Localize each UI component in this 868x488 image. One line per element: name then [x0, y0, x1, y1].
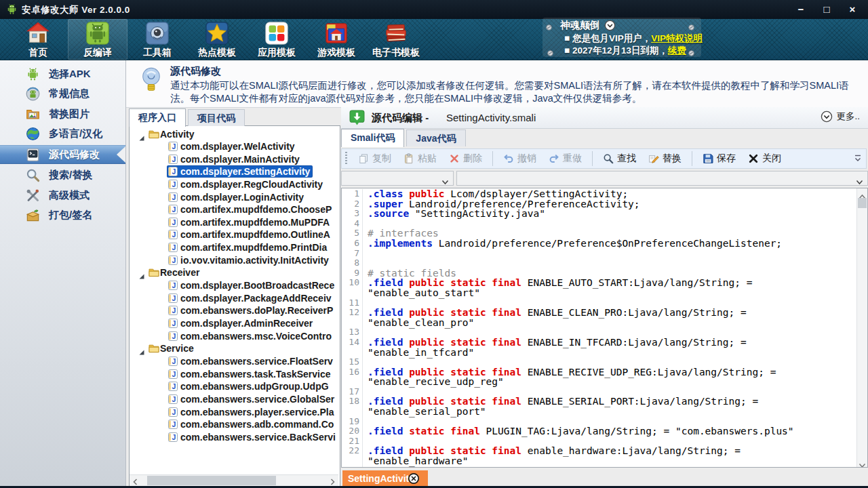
method-dropdown-left[interactable] — [341, 171, 454, 186]
tree-horizontal-scrollbar[interactable] — [130, 474, 338, 487]
tree-group-service[interactable]: Service — [130, 342, 338, 355]
sidebar-item-localization[interactable]: 多语言/汉化 — [0, 125, 125, 143]
editor-tab-0[interactable]: Smali代码 — [341, 129, 404, 147]
sidebar-item-advanced-mode[interactable]: 高级模式 — [0, 186, 125, 204]
tree-item[interactable]: Jcom.dsplayer.MainActivity — [130, 153, 338, 166]
tree-item-box: Jcom.artifex.mupdfdemo.MuPDFA — [167, 217, 332, 228]
toolbar-button-label: 重做 — [563, 152, 582, 165]
tree-tab-0[interactable]: 程序入口 — [129, 108, 186, 127]
sidebar-item-source-edit[interactable]: 源代码修改 — [0, 145, 125, 164]
copy-button[interactable]: 复制 — [352, 150, 397, 167]
editor-tab-1[interactable]: Java代码 — [406, 129, 465, 146]
minimize-button[interactable]: − — [795, 3, 807, 16]
tree-item[interactable]: Jcom.ebanswers.service.GlobalSer — [130, 393, 338, 406]
sidebar-item-search-replace[interactable]: 搜索/替换 — [0, 167, 125, 184]
maximize-button[interactable]: □ — [821, 3, 833, 16]
tree-item[interactable]: Jcom.ebanswers.adb.command.Co — [130, 418, 338, 431]
replace-button[interactable]: 替换 — [642, 150, 688, 167]
close-button[interactable]: × — [846, 3, 859, 16]
vip-privileges-link[interactable]: VIP特权说明 — [651, 33, 703, 43]
code-vertical-scrollbar[interactable] — [856, 188, 867, 467]
tree-item[interactable]: Jcom.ebanswers.service.FloatServ — [130, 355, 338, 368]
tree-tab-1[interactable]: 项目代码 — [188, 109, 245, 126]
overflow-icon[interactable] — [854, 154, 862, 163]
scrollbar-thumb[interactable] — [147, 476, 276, 485]
expand-triangle-icon[interactable] — [139, 270, 144, 275]
tree-item[interactable]: Jcom.ebanswers.player.service.Pla — [130, 405, 338, 418]
tree-item[interactable]: Jcom.dsplayer.BootBroadcastRece — [130, 279, 338, 292]
line-number: 5 — [342, 228, 363, 239]
nav-item-ebook-templates[interactable]: 电子书模板 — [366, 19, 426, 60]
info-description: 通过本功能可以在SMALI源代码层面进行修改，您可以添加或者修改任何逻辑。您需要… — [170, 79, 855, 105]
nav-item-app-templates[interactable]: 应用模板 — [247, 19, 307, 60]
tree-item[interactable]: Jcom.dsplayer.LoginActivity — [130, 190, 338, 203]
tree-item[interactable]: Jcom.ebanswers.doPlay.ReceiverP — [130, 304, 338, 317]
tree-group-receiver[interactable]: Receiver — [130, 266, 338, 279]
tree-item[interactable]: Jcom.dsplayer.WelActivity — [130, 140, 338, 153]
nav-item-game-templates[interactable]: 游戏模板 — [307, 19, 366, 60]
tree-item[interactable]: Jcom.ebanswers.service.BackServi — [130, 430, 338, 443]
save-button[interactable]: 保存 — [696, 150, 742, 167]
scroll-down-icon[interactable] — [859, 459, 866, 465]
svg-text:J: J — [172, 256, 176, 264]
svg-text:J: J — [172, 167, 176, 176]
delete-button[interactable]: 删除 — [443, 150, 488, 167]
tree-item[interactable]: Jcom.dsplayer.SettingActivity — [130, 165, 338, 178]
nav-item-decompile[interactable]: 反编译 — [68, 19, 127, 60]
tree-item-label: com.artifex.mupdfdemo.ChooseP — [180, 204, 332, 215]
expiry-row: ■ 2027年12月13日到期，续费 — [564, 45, 686, 57]
tree-item[interactable]: Jcom.artifex.mupdfdemo.OutlineA — [130, 228, 338, 241]
tree-group-activity[interactable]: Activity — [130, 127, 338, 140]
undo-button[interactable]: 撤销 — [497, 150, 542, 167]
sidebar-item-package-sign[interactable]: 打包/签名 — [0, 207, 125, 224]
tree-item[interactable]: Jcom.ebanswers.msc.VoiceContro — [130, 329, 338, 342]
code-editor[interactable]: 1.class public Lcom/dsplayer/SettingActi… — [341, 188, 868, 468]
toolbar-separator — [492, 151, 493, 166]
toolbar-grip[interactable] — [345, 152, 347, 165]
sidebar-item-label: 高级模式 — [49, 189, 90, 202]
scroll-up-icon[interactable] — [859, 190, 866, 197]
java-file-icon: J — [168, 281, 178, 290]
tree-item[interactable]: Jcom.ebanswers.udpGroup.UdpG — [130, 380, 338, 393]
tree-item[interactable]: Jio.vov.vitamio.activity.InitActivity — [130, 253, 338, 266]
code-text: .field static final PLUGIN_TAG:Ljava/lan… — [368, 426, 794, 436]
scroll-left-icon[interactable] — [132, 476, 140, 485]
editor-header: 源代码编辑 - SettingActivity.smali 更多.. — [341, 107, 868, 129]
account-dropdown-icon[interactable] — [604, 20, 616, 31]
tree-item[interactable]: Jcom.artifex.mupdfdemo.PrintDia — [130, 241, 338, 254]
find-button[interactable]: 查找 — [597, 150, 642, 167]
tree-item[interactable]: Jcom.artifex.mupdfdemo.MuPDFA — [130, 216, 338, 229]
code-text: .field public static final ENABLE_CLEAN_… — [368, 308, 747, 318]
code-line: 5# interfaces — [342, 228, 854, 239]
scroll-right-icon[interactable] — [328, 476, 336, 485]
open-file-tab[interactable]: SettingActivit — [342, 470, 428, 486]
tree-item[interactable]: Jcom.dsplayer.AdminReceiver — [130, 317, 338, 330]
svg-text:J: J — [172, 193, 176, 201]
nav-item-hot-templates[interactable]: 热点模板 — [187, 19, 247, 60]
paste-button[interactable]: 粘贴 — [397, 150, 443, 167]
expand-triangle-icon[interactable] — [139, 346, 144, 351]
sidebar-item-general-info[interactable]: 常规信息 — [0, 85, 125, 103]
method-dropdown-right[interactable] — [456, 171, 868, 186]
tab-close-icon[interactable] — [408, 472, 420, 485]
nav-item-toolbox[interactable]: 工具箱 — [127, 19, 187, 60]
close-button[interactable]: 关闭 — [742, 150, 787, 167]
scrollbar-thumb[interactable] — [858, 198, 867, 208]
sidebar-item-replace-images[interactable]: 替换图片 — [0, 105, 125, 123]
sidebar-item-label: 选择APK — [49, 68, 91, 81]
sidebar-item-select-apk[interactable]: 选择APK — [0, 65, 125, 83]
more-button[interactable]: 更多.. — [821, 110, 860, 123]
tree-item[interactable]: Jcom.artifex.mupdfdemo.ChooseP — [130, 203, 338, 216]
code-lines: 1.class public Lcom/dsplayer/SettingActi… — [342, 189, 854, 468]
line-number: 16 — [342, 367, 363, 378]
expand-triangle-icon[interactable] — [139, 131, 144, 137]
class-tree: ActivityJcom.dsplayer.WelActivityJcom.ds… — [130, 127, 338, 443]
nav-item-home[interactable]: 首页 — [8, 19, 68, 60]
sidebar-item-label: 打包/签名 — [49, 209, 92, 222]
redo-button[interactable]: 重做 — [542, 150, 588, 167]
tree-item[interactable]: Jcom.dsplayer.PackageAddReceiv — [130, 292, 338, 305]
renew-link[interactable]: 续费 — [668, 45, 686, 56]
tree-item[interactable]: Jcom.dsplayer.RegCloudActivity — [130, 178, 338, 191]
tree-item[interactable]: Jcom.ebanswers.task.TaskService — [130, 368, 338, 381]
code-line: "enable_auto_start" — [342, 288, 854, 298]
